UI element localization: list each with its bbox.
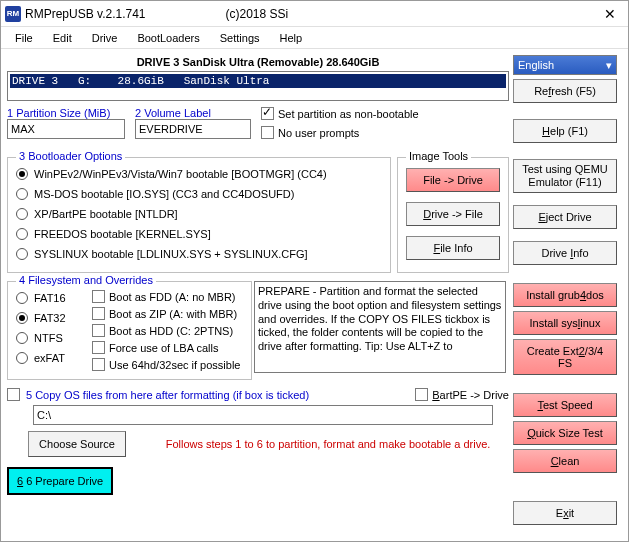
drive-to-file-button[interactable]: Drive -> File — [406, 202, 500, 226]
drive-list[interactable]: DRIVE 3 G: 28.6GiB SanDisk Ultra — [7, 71, 509, 101]
nonboot-checkbox[interactable] — [261, 107, 274, 120]
boot-opt5-label: SYSLINUX bootable [LDLINUX.SYS + SYSLINU… — [34, 248, 308, 260]
partition-size-label: 1 Partition Size (MiB) — [7, 107, 127, 119]
volume-label-label: 2 Volume Label — [135, 107, 253, 119]
titlebar: RM RMPrepUSB v.2.1.741 (c)2018 SSi ✕ — [1, 1, 628, 27]
app-title: RMPrepUSB v.2.1.741 — [25, 7, 146, 21]
copyos-label: 5 Copy OS files from here after formatti… — [26, 389, 309, 401]
bootloader-legend: 3 Bootloader Options — [16, 150, 125, 162]
menu-help[interactable]: Help — [270, 30, 313, 46]
drive-row[interactable]: DRIVE 3 G: 28.6GiB SanDisk Ultra — [10, 74, 506, 88]
boot-opt4-label: FREEDOS bootable [KERNEL.SYS] — [34, 228, 211, 240]
zip-checkbox[interactable] — [92, 307, 105, 320]
fat32-radio[interactable] — [16, 312, 28, 324]
boot-opt4-radio[interactable] — [16, 228, 28, 240]
boot-opt3-radio[interactable] — [16, 208, 28, 220]
s64-checkbox[interactable] — [92, 358, 105, 371]
filesystem-fieldset: 4 Filesystem and Overrides FAT16 FAT32 N… — [7, 281, 252, 380]
syslinux-button[interactable]: Install syslinux — [513, 311, 617, 335]
qemu-button[interactable]: Test using QEMU Emulator (F11) — [513, 159, 617, 193]
close-icon[interactable]: ✕ — [596, 6, 624, 22]
bootloader-fieldset: 3 Bootloader Options WinPEv2/WinPEv3/Vis… — [7, 157, 391, 273]
boot-opt5-radio[interactable] — [16, 248, 28, 260]
fat16-radio[interactable] — [16, 292, 28, 304]
copyright: (c)2018 SSi — [226, 7, 289, 21]
boot-opt1-radio[interactable] — [16, 168, 28, 180]
partition-size-input[interactable] — [7, 119, 125, 139]
ntfs-radio[interactable] — [16, 332, 28, 344]
nouser-checkbox[interactable] — [261, 126, 274, 139]
file-to-drive-button[interactable]: File -> Drive — [406, 168, 500, 192]
choose-source-button[interactable]: Choose Source — [28, 431, 126, 457]
lba-checkbox[interactable] — [92, 341, 105, 354]
app-icon: RM — [5, 6, 21, 22]
menu-file[interactable]: File — [5, 30, 43, 46]
nonboot-label: Set partition as non-bootable — [278, 108, 419, 120]
image-tools-legend: Image Tools — [406, 150, 471, 162]
menubar: File Edit Drive BootLoaders Settings Hel… — [1, 27, 628, 49]
menu-edit[interactable]: Edit — [43, 30, 82, 46]
file-info-button[interactable]: File Info — [406, 236, 500, 260]
eject-button[interactable]: Eject Drive — [513, 205, 617, 229]
fdd-checkbox[interactable] — [92, 290, 105, 303]
bartpe-label: BartPE -> Drive — [432, 389, 509, 401]
hdd-checkbox[interactable] — [92, 324, 105, 337]
exfat-radio[interactable] — [16, 352, 28, 364]
menu-drive[interactable]: Drive — [82, 30, 128, 46]
prepare-textarea[interactable]: PREPARE - Partition and format the selec… — [254, 281, 506, 373]
boot-opt2-label: MS-DOS bootable [IO.SYS] (CC3 and CC4DOS… — [34, 188, 294, 200]
grub-button[interactable]: Install grub4dos — [513, 283, 617, 307]
menu-bootloaders[interactable]: BootLoaders — [127, 30, 209, 46]
exit-button[interactable]: Exit — [513, 501, 617, 525]
boot-opt2-radio[interactable] — [16, 188, 28, 200]
chevron-down-icon: ▾ — [606, 59, 612, 72]
menu-settings[interactable]: Settings — [210, 30, 270, 46]
image-tools-fieldset: Image Tools File -> Drive Drive -> File … — [397, 157, 509, 273]
source-path-input[interactable] — [33, 405, 493, 425]
quicksize-button[interactable]: Quick Size Test — [513, 421, 617, 445]
copyos-checkbox[interactable] — [7, 388, 20, 401]
instructions-text: Follows steps 1 to 6 to partition, forma… — [147, 435, 509, 453]
volume-label-input[interactable] — [135, 119, 251, 139]
clean-button[interactable]: Clean — [513, 449, 617, 473]
testspeed-button[interactable]: Test Speed — [513, 393, 617, 417]
fs-legend: 4 Filesystem and Overrides — [16, 274, 156, 286]
drive-title: DRIVE 3 SanDisk Ultra (Removable) 28.640… — [7, 53, 509, 71]
bartpe-checkbox[interactable] — [415, 388, 428, 401]
ext-button[interactable]: Create Ext2/3/4 FS — [513, 339, 617, 375]
prepare-drive-button[interactable]: 6 6 Prepare Drive — [7, 467, 113, 495]
boot-opt1-label: WinPEv2/WinPEv3/Vista/Win7 bootable [BOO… — [34, 168, 327, 180]
refresh-button[interactable]: Refresh (F5) — [513, 79, 617, 103]
nouser-label: No user prompts — [278, 127, 359, 139]
help-button[interactable]: Help (F1) — [513, 119, 617, 143]
drive-info-button[interactable]: Drive Info — [513, 241, 617, 265]
language-select[interactable]: English▾ — [513, 55, 617, 75]
boot-opt3-label: XP/BartPE bootable [NTLDR] — [34, 208, 178, 220]
